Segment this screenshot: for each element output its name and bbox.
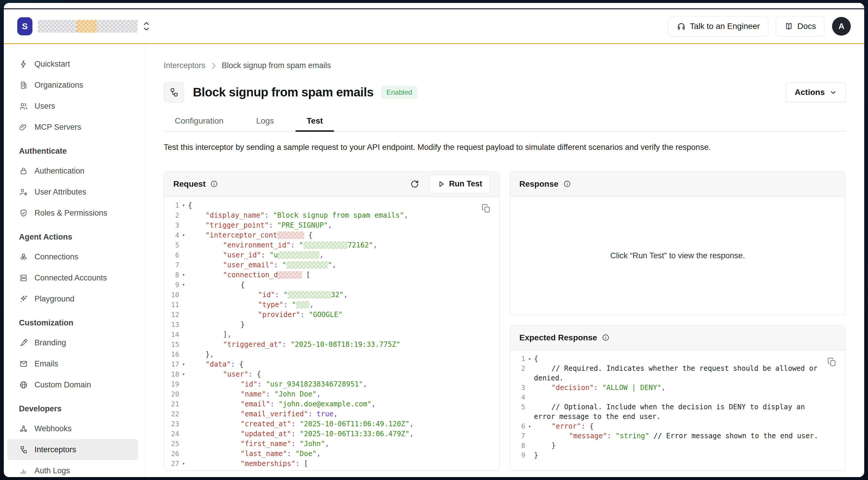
code-token: " bbox=[299, 241, 303, 249]
line-number: 3 bbox=[168, 220, 179, 230]
code-line: 6"user_id": "u, bbox=[168, 250, 499, 260]
talk-to-engineer-button[interactable]: Talk to an Engineer bbox=[669, 16, 768, 36]
info-icon[interactable] bbox=[563, 180, 571, 188]
actions-button[interactable]: Actions bbox=[785, 83, 846, 102]
sidebar-item-quickstart[interactable]: Quickstart bbox=[7, 54, 138, 74]
talk-to-engineer-label: Talk to an Engineer bbox=[690, 22, 760, 31]
line-number: 26 bbox=[168, 449, 179, 459]
copy-icon[interactable] bbox=[827, 357, 837, 367]
org-switcher-chevrons-icon[interactable] bbox=[143, 21, 150, 31]
fold-gutter bbox=[179, 329, 188, 340]
code-line: 10"id": "32", bbox=[168, 290, 499, 300]
org-switcher[interactable]: S bbox=[17, 17, 150, 35]
docs-button[interactable]: Docs bbox=[776, 16, 825, 36]
code-token: : bbox=[581, 422, 589, 430]
fold-toggle-icon[interactable]: ▾ bbox=[179, 230, 188, 240]
response-empty-state: Click “Run Test” to view the response. bbox=[510, 197, 845, 315]
info-icon[interactable] bbox=[602, 333, 610, 342]
sidebar-item-custom-domain[interactable]: Custom Domain bbox=[7, 374, 138, 395]
expected-response-code[interactable]: 1▾{2// Required. Indicates whether the r… bbox=[510, 351, 845, 470]
lock-icon bbox=[19, 166, 28, 175]
server-stack-icon bbox=[19, 274, 28, 283]
code-text: "name": "John Doe", bbox=[188, 389, 499, 399]
sidebar-item-webhooks[interactable]: Webhooks bbox=[7, 418, 138, 439]
code-token: "id" bbox=[258, 291, 275, 299]
user-gear-icon bbox=[19, 188, 28, 197]
sparkles-icon bbox=[19, 294, 28, 303]
code-token: : bbox=[270, 400, 279, 408]
sidebar-item-playground[interactable]: Playground bbox=[7, 288, 138, 309]
code-token: "John" bbox=[300, 440, 325, 448]
code-line: 7"message": "string" // Error message sh… bbox=[514, 431, 845, 441]
sidebar-item-auth-logs[interactable]: Auth Logs bbox=[7, 460, 138, 477]
code-token: : bbox=[274, 261, 282, 269]
sidebar-item-mcp-servers[interactable]: MCP Servers bbox=[7, 117, 138, 138]
sidebar-section-developers: Developers bbox=[4, 399, 145, 418]
fold-toggle-icon[interactable]: ▾ bbox=[179, 359, 188, 369]
sidebar-item-users[interactable]: Users bbox=[7, 96, 138, 117]
line-number: 19 bbox=[168, 379, 179, 389]
fold-gutter bbox=[525, 383, 534, 393]
tab-bar: Configuration Logs Test bbox=[164, 116, 846, 131]
sidebar-item-roles-permissions[interactable]: Roles & Permissions bbox=[7, 202, 138, 223]
code-text: } bbox=[534, 450, 845, 460]
main-layout: QuickstartOrganizationsUsersMCP ServersA… bbox=[4, 44, 864, 477]
redaction-block bbox=[303, 241, 348, 249]
fold-gutter bbox=[179, 290, 188, 300]
run-test-button[interactable]: Run Test bbox=[430, 175, 490, 193]
fold-toggle-icon[interactable]: ▾ bbox=[179, 459, 188, 469]
fold-toggle-icon[interactable]: ▾ bbox=[525, 354, 534, 364]
sidebar-item-branding[interactable]: Branding bbox=[7, 332, 138, 353]
code-text: } bbox=[188, 320, 499, 329]
response-panel-header: Response bbox=[510, 171, 845, 197]
code-token: "ALLOW | DENY" bbox=[602, 384, 661, 392]
sidebar-item-organizations[interactable]: Organizations bbox=[7, 74, 138, 96]
fold-toggle-icon[interactable]: ▾ bbox=[525, 422, 534, 431]
info-icon[interactable] bbox=[210, 180, 218, 188]
sidebar-item-connections[interactable]: Connections bbox=[7, 246, 138, 267]
fold-gutter bbox=[525, 393, 534, 402]
sidebar-item-label: MCP Servers bbox=[34, 123, 81, 132]
code-token: "Block signup from spam emails" bbox=[273, 211, 404, 219]
tab-test[interactable]: Test bbox=[296, 116, 334, 131]
sidebar-item-authentication[interactable]: Authentication bbox=[7, 160, 138, 182]
fold-gutter bbox=[179, 389, 188, 399]
fold-toggle-icon[interactable]: ▾ bbox=[179, 270, 188, 280]
code-text: "error": { bbox=[534, 422, 845, 431]
sidebar-item-emails[interactable]: Emails bbox=[7, 353, 138, 374]
line-number: 8 bbox=[514, 441, 525, 450]
copy-icon[interactable] bbox=[481, 203, 491, 214]
sidebar-item-user-attributes[interactable]: User Attributes bbox=[7, 182, 138, 202]
code-token: " bbox=[328, 261, 332, 269]
code-text: "user": { bbox=[188, 369, 499, 379]
code-text: "connection_d [ bbox=[188, 270, 499, 280]
sidebar-item-label: Interceptors bbox=[34, 445, 76, 454]
fold-toggle-icon[interactable]: ▾ bbox=[179, 280, 188, 290]
sidebar-section-authenticate: Authenticate bbox=[4, 142, 145, 160]
fold-gutter bbox=[179, 419, 188, 429]
code-token: : bbox=[261, 251, 270, 259]
code-token: "type" bbox=[258, 300, 283, 309]
tab-configuration[interactable]: Configuration bbox=[164, 116, 235, 131]
refresh-icon[interactable] bbox=[410, 179, 420, 189]
user-avatar[interactable]: A bbox=[832, 17, 851, 36]
fold-gutter bbox=[179, 300, 188, 310]
code-text: { bbox=[188, 280, 499, 290]
sidebar-item-label: Roles & Permissions bbox=[34, 209, 107, 218]
code-token: "John Doe" bbox=[274, 390, 317, 398]
request-panel-header: Request Run Test bbox=[164, 171, 499, 197]
code-token: "Doe" bbox=[296, 450, 316, 458]
sidebar-item-connected-accounts[interactable]: Connected Accounts bbox=[7, 267, 138, 288]
code-line: 6▾"error": { bbox=[514, 422, 845, 431]
fold-toggle-icon[interactable]: ▾ bbox=[179, 200, 188, 210]
code-text: "message": "string" // Error message sho… bbox=[534, 431, 845, 441]
tab-logs[interactable]: Logs bbox=[245, 116, 285, 131]
redaction-block bbox=[277, 231, 304, 239]
breadcrumb-parent[interactable]: Interceptors bbox=[164, 61, 206, 70]
request-code-editor[interactable]: 1▾{2"display_name": "Block signup from s… bbox=[164, 197, 499, 470]
fold-toggle-icon[interactable]: ▾ bbox=[179, 369, 188, 379]
code-token: : bbox=[265, 211, 273, 219]
fold-gutter bbox=[179, 210, 188, 220]
sidebar-item-interceptors[interactable]: Interceptors bbox=[7, 439, 138, 460]
code-token: // Required. Indicates whether the reque… bbox=[534, 364, 822, 382]
